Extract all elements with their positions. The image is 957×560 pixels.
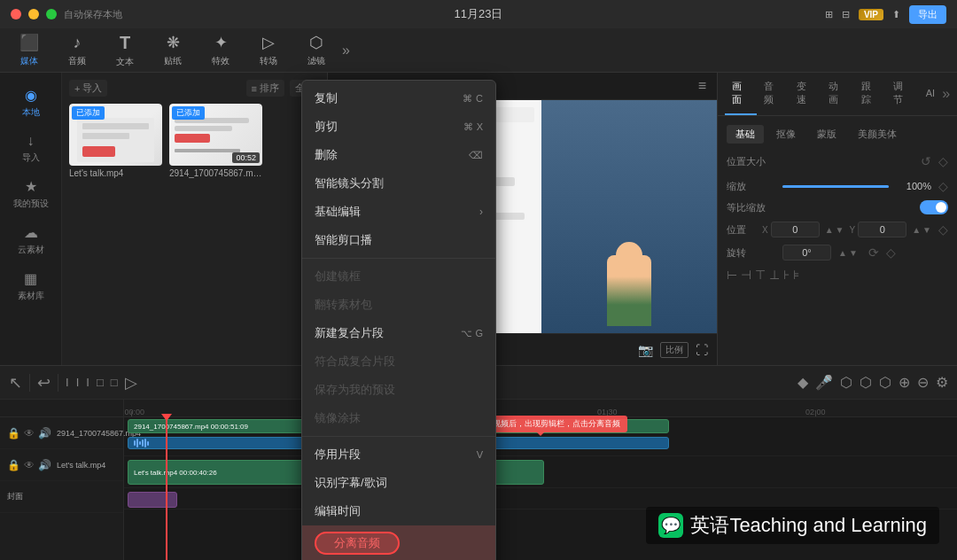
camera-icon[interactable]: 📷	[638, 343, 653, 357]
zoom-btn2[interactable]: □	[111, 376, 118, 389]
tab-adjust[interactable]: 调节	[886, 73, 918, 115]
subtab-basic[interactable]: 基础	[727, 125, 764, 144]
undo-btn[interactable]: ↩	[37, 373, 51, 393]
align-left[interactable]: ⊢	[727, 268, 737, 282]
sidebar-item-library[interactable]: ▦ 素材库	[0, 263, 61, 309]
tab-audio[interactable]: 音频	[757, 73, 789, 115]
x-up[interactable]: ▲	[825, 225, 834, 235]
tl-icon-1[interactable]: ⬡	[840, 374, 852, 391]
vip-badge[interactable]: VIP	[859, 9, 883, 20]
y-input[interactable]	[858, 222, 906, 237]
tab-ai[interactable]: AI	[919, 81, 942, 107]
play-tl-btn[interactable]: ▷	[125, 373, 137, 393]
tab-screen[interactable]: 画面	[725, 73, 757, 115]
align-bottom[interactable]: ⊧	[793, 268, 799, 282]
import-btn[interactable]: + 导入	[69, 80, 107, 97]
menu-basic-edit[interactable]: 基础编辑 ›	[302, 198, 495, 226]
mic-icon[interactable]: 🎤	[815, 374, 833, 391]
track-1-lock[interactable]: 🔒	[7, 459, 20, 471]
track-1-vol[interactable]: 🔊	[38, 459, 51, 471]
sidebar-item-local[interactable]: ◉ 本地	[0, 80, 61, 126]
tab-animation[interactable]: 动画	[821, 73, 853, 115]
position-size-label: 位置大小	[727, 155, 775, 168]
flip-icon[interactable]: ⟳	[868, 245, 879, 260]
x-input[interactable]	[771, 222, 820, 237]
tool-transition[interactable]: ▷ 转场	[246, 31, 291, 70]
y-up[interactable]: ▲	[912, 225, 921, 235]
rot-up[interactable]: ▲	[838, 248, 847, 258]
fullscreen-btn[interactable]: ⛶	[696, 343, 708, 357]
align-right[interactable]: ⊤	[755, 268, 766, 282]
tool-sticker[interactable]: ❋ 贴纸	[151, 31, 195, 70]
tab-track[interactable]: 跟踪	[854, 73, 886, 115]
tool-effects[interactable]: ✦ 特效	[198, 31, 243, 70]
tab-speed[interactable]: 变速	[790, 73, 821, 115]
tl-icon-5[interactable]: ⊖	[917, 374, 929, 391]
x-down[interactable]: ▼	[836, 225, 844, 235]
duration-badge-2: 00:52	[232, 152, 260, 163]
tl-icon-2[interactable]: ⬡	[860, 374, 872, 391]
media-item-1[interactable]: 已添加 Let's talk.mp4	[69, 104, 162, 178]
clip-2-cover[interactable]	[128, 492, 177, 508]
sidebar-item-import[interactable]: ↓ 导入	[0, 126, 61, 171]
align-center-v[interactable]: ⊦	[783, 268, 790, 282]
cut-tail-btn[interactable]: I	[76, 376, 80, 389]
align-top[interactable]: ⊥	[769, 268, 780, 282]
y-down[interactable]: ▼	[922, 225, 931, 235]
track-0-vol[interactable]: 🔊	[38, 427, 51, 439]
keyframe-tl-icon[interactable]: ◆	[798, 374, 808, 391]
tl-icon-4[interactable]: ⊕	[899, 374, 910, 391]
minimize-btn[interactable]	[28, 9, 39, 19]
menu-smart-clip[interactable]: 智能剪口播	[302, 226, 495, 254]
scale-slider[interactable]	[782, 185, 889, 188]
subtab-mask[interactable]: 蒙版	[808, 125, 845, 144]
menu-delete[interactable]: 删除 ⌫	[302, 141, 495, 169]
sort-btn[interactable]: ≡ 排序	[246, 80, 284, 97]
rotation-input[interactable]	[782, 245, 831, 261]
close-btn[interactable]	[11, 9, 21, 19]
align-center-h[interactable]: ⊣	[741, 268, 751, 282]
menu-cut[interactable]: 剪切 ⌘ X	[302, 113, 495, 141]
track-label-1-text: Let's talk.mp4	[57, 461, 116, 470]
tl-icon-3[interactable]: ⬡	[879, 374, 891, 391]
ratio-btn[interactable]: 比例	[660, 342, 689, 358]
tool-media[interactable]: ⬛ 媒体	[7, 31, 51, 70]
menu-separate-audio[interactable]: 分离音频	[302, 525, 495, 560]
tool-text[interactable]: T 文本	[103, 31, 147, 70]
tool-filter[interactable]: ⬡ 滤镜	[294, 31, 338, 70]
tl-settings-icon[interactable]: ⚙	[936, 374, 948, 391]
menu-smart-split[interactable]: 智能镜头分割	[302, 169, 495, 198]
zoom-btn1[interactable]: □	[97, 376, 104, 389]
subtab-beauty[interactable]: 美颜美体	[849, 125, 906, 144]
cut-head-btn[interactable]: I	[66, 376, 69, 389]
sidebar-item-cloud[interactable]: ☁ 云素材	[0, 217, 61, 263]
track-label-0: 🔒 👁 🔊 2914_1700745867.mp4	[0, 417, 123, 449]
export-button[interactable]: 导出	[909, 5, 946, 24]
text-icon: T	[120, 33, 130, 53]
rot-down[interactable]: ▼	[849, 248, 858, 258]
right-panel-more[interactable]: »	[942, 86, 950, 102]
subtab-cutout[interactable]: 抠像	[767, 125, 805, 144]
media-item-2[interactable]: 已添加 00:52 2914_1700745867.mp4	[169, 104, 262, 178]
player-menu-btn[interactable]: ≡	[698, 78, 706, 94]
cut-btn[interactable]: I	[86, 376, 89, 389]
equal-scale-toggle[interactable]	[920, 200, 948, 214]
menu-subtitles[interactable]: 识别字幕/歌词	[302, 469, 495, 497]
menu-new-compound[interactable]: 新建复合片段 ⌥ G	[302, 319, 495, 347]
menu-edit-time[interactable]: 编辑时间	[302, 497, 495, 525]
scale-keyframe[interactable]: ◇	[938, 179, 948, 193]
tool-audio[interactable]: ♪ 音频	[55, 31, 99, 70]
toolbar-more[interactable]: »	[342, 43, 360, 58]
rot-keyframe[interactable]: ◇	[886, 245, 896, 260]
track-0-eye[interactable]: 👁	[24, 427, 35, 439]
pos-keyframe[interactable]: ◇	[938, 222, 948, 237]
select-tool[interactable]: ↖	[9, 373, 22, 393]
track-1-eye[interactable]: 👁	[24, 459, 35, 471]
sidebar-item-preset[interactable]: ★ 我的预设	[0, 171, 61, 217]
menu-disable[interactable]: 停用片段 V	[302, 440, 495, 469]
menu-copy[interactable]: 复制 ⌘ C	[302, 84, 495, 113]
reset-icon[interactable]: ↺	[921, 154, 931, 168]
maximize-btn[interactable]	[46, 9, 57, 19]
keyframe-icon[interactable]: ◇	[938, 154, 948, 168]
track-0-lock[interactable]: 🔒	[7, 427, 20, 439]
